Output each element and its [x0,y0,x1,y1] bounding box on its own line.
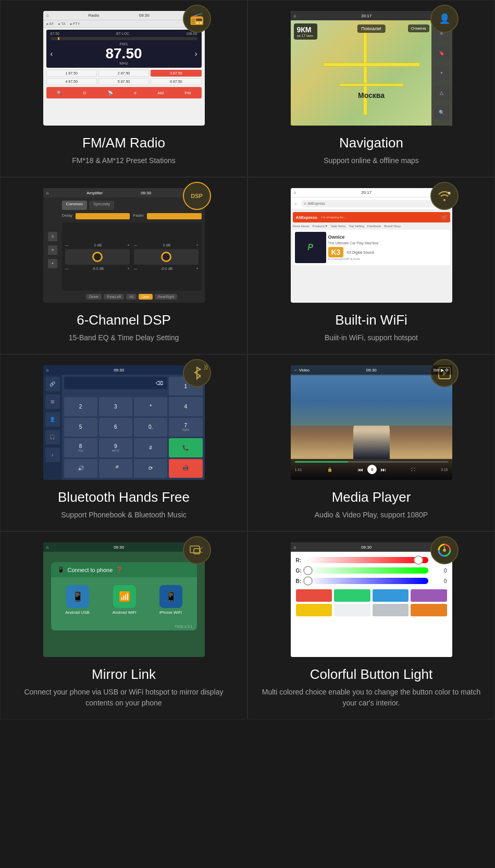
dsp-minus-l2[interactable]: — [65,267,69,270]
radio-next-btn[interactable]: › [195,49,197,58]
dsp-minus-r2[interactable]: — [134,267,138,270]
bt-call-btn[interactable]: 📞 [169,438,202,457]
media-fullscreen-btn[interactable]: ⛶ [411,467,415,472]
media-time: 09:30 [366,368,377,373]
dsp-seat-user[interactable]: User [139,294,153,300]
wifi-tab-topselling[interactable]: Top Selling [349,225,364,228]
color-g-thumb[interactable] [303,566,313,575]
bt-key-6[interactable]: 6 [99,418,132,437]
color-swatch-white[interactable] [334,604,370,616]
feature-media: ← Video 09:30 SW ▶ ⚙ [247,354,495,531]
bt-vol-btn[interactable]: 🔊 [64,459,97,478]
media-next-btn[interactable]: ⏭ [381,467,386,473]
media-back-btn[interactable]: ← Video [294,368,310,373]
bt-person-icon[interactable]: 👤 [45,412,60,427]
media-prev-btn[interactable]: ⏮ [358,467,363,473]
wifi-tab-store[interactable]: Store Home [293,225,310,228]
preset-2[interactable]: 2 87.50 [98,70,149,77]
radio-antenna-btn[interactable]: 📡 [108,91,113,95]
radio-prev-btn[interactable]: ‹ [51,49,53,58]
bt-key-star[interactable]: * [134,397,167,416]
dsp-seat-rearleft[interactable]: RearLeft [104,294,124,300]
wifi-back-btn[interactable]: ← [294,201,299,206]
bt-key-5[interactable]: 5 [64,418,97,437]
bt-key-3[interactable]: 3 [99,397,132,416]
color-swatch-green[interactable] [334,589,370,602]
bt-music-icon[interactable]: ♪ [45,448,60,462]
bt-link-icon[interactable]: 🔗 [45,377,60,391]
preset-1[interactable]: 1 87.50 [46,70,97,77]
dsp-seat-rearright[interactable]: RearRight [155,294,178,300]
color-swatch-silver[interactable] [373,604,409,616]
color-b-thumb[interactable] [303,576,313,586]
preset-6[interactable]: 6 87.50 [151,78,201,85]
color-swatch-purple[interactable] [411,589,447,602]
mirror-option-iphone-wifi[interactable]: 📱 iPhone WiFi [159,585,182,615]
bt-sync-btn[interactable]: ⟳ [134,459,167,478]
bt-key-4[interactable]: 4 [169,397,202,416]
dsp-minus-r[interactable]: — [134,243,138,247]
dsp-tab-specialty[interactable]: Specialty [89,201,114,210]
wifi-tab-sale[interactable]: Sale Items [331,225,345,228]
preset-3[interactable]: 3 87.50 [151,70,201,77]
nav-bookmark-btn[interactable]: 🔖 [434,46,450,60]
wifi-svg-icon [438,191,451,201]
preset-4[interactable]: 4 87.50 [46,78,97,85]
wifi-url-input[interactable]: A AliExpress [301,200,442,207]
nav-road-horizontal [323,63,420,67]
wifi-tab-feedback[interactable]: Feedback [367,225,381,228]
dsp-seat-driver[interactable]: Driver [86,294,102,300]
bt-key-2[interactable]: 2 [64,397,97,416]
radio-fm-btn[interactable]: FM [185,91,191,95]
bt-key-7[interactable]: 7PQRS [169,418,202,437]
color-b-slider[interactable] [307,578,428,584]
dsp-plus-l2[interactable]: + [127,267,129,270]
dsp-delay-bar [76,213,130,219]
color-screenshot: ⌂ 09:30 ◀ ▶ ⚙ R: 255 G: [291,542,452,657]
bt-key-hash[interactable]: # [134,438,167,457]
wifi-k3-sub: 6-Channel DSP & Andr [328,257,448,261]
bt-key-8[interactable]: 8TUV [64,438,97,457]
radio-eq-btn[interactable]: ⊙ [83,91,86,95]
dsp-plus-l[interactable]: + [127,243,129,247]
radio-freq-nav: ‹ FM1 87.50 MHz › [51,42,197,66]
preset-5[interactable]: 5 87.50 [98,78,149,85]
nav-triangle-btn[interactable]: △ [434,85,450,100]
media-progress-bar[interactable] [295,461,448,463]
mirror-option-android-usb[interactable]: 📱 Android USB [65,585,89,615]
nav-plus-btn[interactable]: + [434,66,450,80]
color-r-slider[interactable] [307,557,428,563]
nav-cancel-btn[interactable]: Отмена [408,24,429,32]
wifi-tab-brand[interactable]: Brand Story [384,225,401,228]
dsp-delay-fader: Delay Fader [62,213,202,219]
radio-am-btn[interactable]: AM [157,91,164,95]
dsp-plus-r[interactable]: + [196,243,198,247]
bt-headset-icon[interactable]: 🎧 [45,430,60,444]
dsp-left-knob [65,249,130,265]
color-r-thumb[interactable] [414,555,423,565]
bt-key-7-sub: PQRS [182,428,189,431]
color-swatch-red[interactable] [296,589,332,602]
wifi-tab-products[interactable]: Products▼ [313,225,328,228]
bt-grid-icon[interactable]: ⊞ [45,394,60,409]
radio-search-btn[interactable]: 🔍 [57,91,62,95]
radio-grid-btn[interactable]: # [134,91,136,95]
dsp-tab-common[interactable]: Common [62,201,87,210]
dsp-knob-circle [92,252,103,262]
mirror-option-android-wifi[interactable]: 📶 Android WiFi [113,585,137,615]
bt-key-0dot[interactable]: 0. [134,418,167,437]
color-swatch-blue[interactable] [373,589,409,602]
dsp-minus-l[interactable]: — [65,243,69,247]
media-playback-btns: ⏮ ⏸ ⏭ [358,465,386,474]
nav-search-btn[interactable]: 🔍 [434,105,450,120]
media-play-pause-btn[interactable]: ⏸ [367,465,377,474]
color-swatch-yellow[interactable] [296,604,332,616]
bt-endcall-btn[interactable]: 📵 [169,459,202,478]
bt-mic-btn[interactable]: 🎤 [99,459,132,478]
bt-backspace[interactable]: ⌫ [156,380,163,386]
bt-key-9[interactable]: 9WXYZ [99,438,132,457]
dsp-seat-all[interactable]: All [126,294,137,300]
dsp-plus-r2[interactable]: + [196,267,198,270]
color-g-slider[interactable] [307,567,428,574]
color-swatch-orange[interactable] [411,604,447,616]
